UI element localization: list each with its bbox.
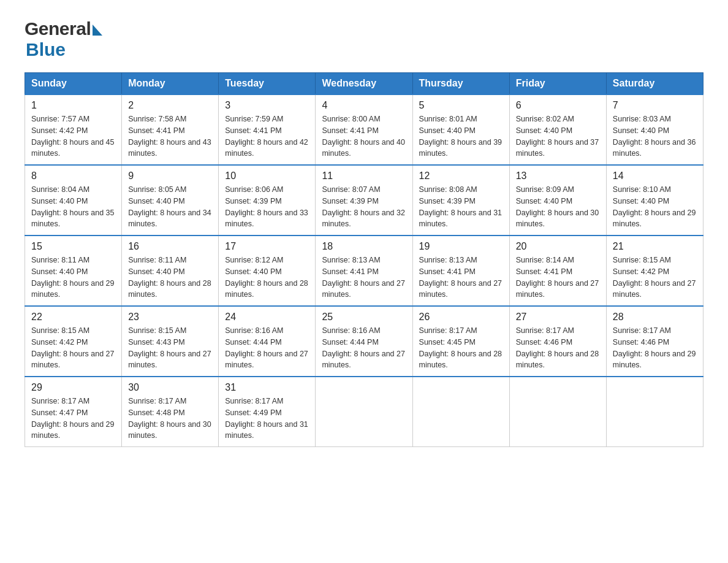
calendar-cell: 3 Sunrise: 7:59 AM Sunset: 4:41 PM Dayli… [219, 94, 316, 165]
sunset-label: Sunset: 4:40 PM [613, 197, 669, 205]
day-number: 25 [322, 312, 406, 323]
daylight-label: Daylight: 8 hours and 29 minutes. [613, 350, 696, 370]
sunrise-label: Sunrise: 7:57 AM [31, 115, 89, 123]
logo: General Blue [25, 18, 102, 60]
daylight-label: Daylight: 8 hours and 27 minutes. [516, 279, 599, 299]
calendar-week-row: 22 Sunrise: 8:15 AM Sunset: 4:42 PM Dayl… [25, 306, 703, 377]
sunset-label: Sunset: 4:39 PM [225, 197, 281, 205]
sunset-label: Sunset: 4:42 PM [613, 267, 669, 276]
day-info: Sunrise: 8:16 AM Sunset: 4:44 PM Dayligh… [225, 325, 309, 371]
sunrise-label: Sunrise: 8:13 AM [419, 256, 477, 264]
sunset-label: Sunset: 4:44 PM [322, 338, 378, 347]
sunrise-label: Sunrise: 8:17 AM [419, 326, 477, 335]
day-number: 31 [225, 382, 309, 393]
header-monday: Monday [122, 73, 219, 95]
sunset-label: Sunset: 4:41 PM [128, 126, 184, 135]
day-number: 22 [31, 312, 115, 323]
sunrise-label: Sunrise: 8:00 AM [322, 115, 380, 123]
day-number: 7 [613, 100, 697, 111]
day-info: Sunrise: 8:17 AM Sunset: 4:46 PM Dayligh… [516, 325, 600, 371]
day-info: Sunrise: 8:12 AM Sunset: 4:40 PM Dayligh… [225, 255, 309, 301]
daylight-label: Daylight: 8 hours and 32 minutes. [322, 209, 405, 229]
sunset-label: Sunset: 4:45 PM [419, 338, 476, 347]
calendar-cell: 1 Sunrise: 7:57 AM Sunset: 4:42 PM Dayli… [25, 94, 122, 165]
day-number: 30 [128, 382, 212, 393]
daylight-label: Daylight: 8 hours and 43 minutes. [128, 138, 211, 158]
sunset-label: Sunset: 4:40 PM [516, 197, 572, 205]
sunrise-label: Sunrise: 7:58 AM [128, 115, 186, 123]
daylight-label: Daylight: 8 hours and 42 minutes. [225, 138, 308, 158]
calendar-cell: 16 Sunrise: 8:11 AM Sunset: 4:40 PM Dayl… [122, 236, 219, 306]
calendar-cell: 18 Sunrise: 8:13 AM Sunset: 4:41 PM Dayl… [316, 236, 412, 306]
calendar-cell: 9 Sunrise: 8:05 AM Sunset: 4:40 PM Dayli… [122, 165, 219, 236]
sunrise-label: Sunrise: 8:17 AM [31, 397, 89, 405]
header-tuesday: Tuesday [219, 73, 316, 95]
day-number: 14 [613, 170, 697, 182]
sunrise-label: Sunrise: 7:59 AM [225, 115, 283, 123]
sunrise-label: Sunrise: 8:12 AM [225, 256, 283, 264]
sunset-label: Sunset: 4:47 PM [31, 408, 88, 417]
day-info: Sunrise: 8:11 AM Sunset: 4:40 PM Dayligh… [128, 255, 212, 301]
sunrise-label: Sunrise: 8:17 AM [128, 397, 186, 405]
day-number: 11 [322, 170, 406, 182]
calendar-cell: 17 Sunrise: 8:12 AM Sunset: 4:40 PM Dayl… [219, 236, 316, 306]
calendar-cell: 8 Sunrise: 8:04 AM Sunset: 4:40 PM Dayli… [25, 165, 122, 236]
daylight-label: Daylight: 8 hours and 27 minutes. [322, 350, 405, 370]
calendar-cell: 15 Sunrise: 8:11 AM Sunset: 4:40 PM Dayl… [25, 236, 122, 306]
sunset-label: Sunset: 4:41 PM [322, 126, 378, 135]
daylight-label: Daylight: 8 hours and 29 minutes. [31, 279, 115, 299]
calendar-cell: 10 Sunrise: 8:06 AM Sunset: 4:39 PM Dayl… [219, 165, 316, 236]
day-info: Sunrise: 8:17 AM Sunset: 4:49 PM Dayligh… [225, 396, 309, 442]
sunset-label: Sunset: 4:40 PM [516, 126, 572, 135]
sunrise-label: Sunrise: 8:17 AM [516, 326, 574, 335]
day-info: Sunrise: 8:03 AM Sunset: 4:40 PM Dayligh… [613, 113, 697, 159]
calendar-cell: 7 Sunrise: 8:03 AM Sunset: 4:40 PM Dayli… [606, 94, 703, 165]
sunset-label: Sunset: 4:40 PM [613, 126, 669, 135]
calendar-cell: 6 Sunrise: 8:02 AM Sunset: 4:40 PM Dayli… [509, 94, 606, 165]
daylight-label: Daylight: 8 hours and 36 minutes. [613, 138, 696, 158]
day-number: 10 [225, 170, 309, 182]
sunset-label: Sunset: 4:46 PM [613, 338, 669, 347]
day-info: Sunrise: 8:09 AM Sunset: 4:40 PM Dayligh… [516, 184, 600, 230]
sunrise-label: Sunrise: 8:04 AM [31, 185, 89, 194]
day-number: 12 [419, 170, 503, 182]
daylight-label: Daylight: 8 hours and 37 minutes. [516, 138, 599, 158]
day-number: 18 [322, 241, 406, 252]
day-info: Sunrise: 8:15 AM Sunset: 4:42 PM Dayligh… [613, 255, 697, 301]
calendar-cell: 19 Sunrise: 8:13 AM Sunset: 4:41 PM Dayl… [412, 236, 509, 306]
calendar-table: Sunday Monday Tuesday Wednesday Thursday… [25, 72, 703, 447]
day-info: Sunrise: 8:15 AM Sunset: 4:43 PM Dayligh… [128, 325, 212, 371]
sunrise-label: Sunrise: 8:07 AM [322, 185, 380, 194]
daylight-label: Daylight: 8 hours and 27 minutes. [128, 350, 211, 370]
daylight-label: Daylight: 8 hours and 39 minutes. [419, 138, 502, 158]
header-wednesday: Wednesday [316, 73, 412, 95]
sunrise-label: Sunrise: 8:15 AM [128, 326, 186, 335]
sunset-label: Sunset: 4:40 PM [225, 267, 281, 276]
day-info: Sunrise: 8:17 AM Sunset: 4:48 PM Dayligh… [128, 396, 212, 442]
calendar-cell: 2 Sunrise: 7:58 AM Sunset: 4:41 PM Dayli… [122, 94, 219, 165]
sunrise-label: Sunrise: 8:15 AM [613, 256, 671, 264]
day-number: 4 [322, 100, 406, 111]
sunset-label: Sunset: 4:39 PM [419, 197, 476, 205]
calendar-week-row: 1 Sunrise: 7:57 AM Sunset: 4:42 PM Dayli… [25, 94, 703, 165]
sunrise-label: Sunrise: 8:02 AM [516, 115, 574, 123]
calendar-cell: 12 Sunrise: 8:08 AM Sunset: 4:39 PM Dayl… [412, 165, 509, 236]
day-number: 1 [31, 100, 115, 111]
day-info: Sunrise: 8:11 AM Sunset: 4:40 PM Dayligh… [31, 255, 115, 301]
day-info: Sunrise: 8:14 AM Sunset: 4:41 PM Dayligh… [516, 255, 600, 301]
day-number: 16 [128, 241, 212, 252]
day-number: 21 [613, 241, 697, 252]
sunrise-label: Sunrise: 8:15 AM [31, 326, 89, 335]
daylight-label: Daylight: 8 hours and 45 minutes. [31, 138, 115, 158]
daylight-label: Daylight: 8 hours and 40 minutes. [322, 138, 405, 158]
sunrise-label: Sunrise: 8:16 AM [322, 326, 380, 335]
calendar-cell: 22 Sunrise: 8:15 AM Sunset: 4:42 PM Dayl… [25, 306, 122, 377]
sunset-label: Sunset: 4:41 PM [419, 267, 476, 276]
daylight-label: Daylight: 8 hours and 27 minutes. [613, 279, 696, 299]
header-thursday: Thursday [412, 73, 509, 95]
calendar-cell: 30 Sunrise: 8:17 AM Sunset: 4:48 PM Dayl… [122, 377, 219, 447]
daylight-label: Daylight: 8 hours and 35 minutes. [31, 209, 115, 229]
day-info: Sunrise: 8:00 AM Sunset: 4:41 PM Dayligh… [322, 113, 406, 159]
calendar-cell: 31 Sunrise: 8:17 AM Sunset: 4:49 PM Dayl… [219, 377, 316, 447]
day-info: Sunrise: 8:15 AM Sunset: 4:42 PM Dayligh… [31, 325, 115, 371]
